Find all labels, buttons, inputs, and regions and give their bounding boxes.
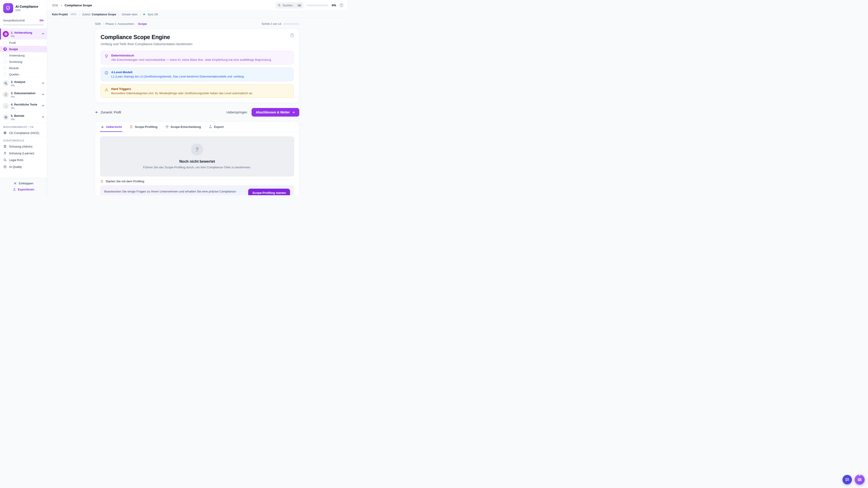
last-saved-time: Gerade eben: [122, 13, 138, 16]
double-chevron-left-icon: [13, 182, 17, 185]
export-button[interactable]: Exportieren: [0, 186, 47, 193]
sidebar-nav: 1. Vorbereitung 0% Profil Scope Anwendun…: [0, 29, 47, 195]
tab-export[interactable]: Export: [208, 122, 224, 132]
last-step-value: Compliance Scope: [92, 13, 116, 16]
topbar-progress-value: 0%: [332, 4, 336, 7]
sidebar-phase-rechtliche-texte[interactable]: 4. Rechtliche Texte 0%: [0, 100, 47, 111]
tab-content-uebersicht: ? Noch nicht bewertet Führen Sie das Sco…: [95, 132, 299, 195]
skip-button[interactable]: Ueberspringen: [226, 110, 247, 114]
info-box-deterministisch: Deterministisch Alle Entscheidungen sind…: [101, 51, 293, 64]
breadcrumb-phase[interactable]: Phase 1: Assessment: [105, 22, 133, 26]
collapse-sidebar-button[interactable]: Einklappen: [0, 180, 47, 186]
back-label: Zurueck: Profil: [101, 110, 121, 114]
step-indicator: Schritt 2 von 14: [261, 22, 299, 26]
sidebar-phase-vorbereitung[interactable]: 1. Vorbereitung 0%: [0, 29, 47, 39]
step-progress-bar: [283, 23, 299, 25]
target-icon: [3, 31, 9, 37]
cta-description: Beantworten Sie einige Fragen zu Ihrem U…: [104, 189, 244, 193]
sidebar-item-legal-rag[interactable]: Legal RAG: [0, 157, 47, 163]
sidebar-step-scope[interactable]: Scope: [0, 46, 47, 52]
main-area: SDK Compliance Scope Suchen... ⌘K 0% Kei…: [47, 0, 347, 195]
radio-unselected-icon: [3, 60, 7, 64]
sidebar-phase-analyse[interactable]: 2. Analyse 0%: [0, 77, 47, 89]
sidebar-item-label: CE-Compliance (IACE): [9, 131, 39, 135]
breadcrumb-separator: /: [135, 22, 136, 26]
back-button[interactable]: Zurueck: Profil: [95, 110, 121, 114]
lightbulb-icon: [104, 54, 108, 58]
phase-percent: 0%: [11, 95, 39, 98]
export-label: Exportieren: [18, 188, 34, 191]
outbox-icon: [209, 125, 212, 129]
search-placeholder: Suchen...: [283, 4, 295, 7]
phase-percent: 0%: [11, 118, 39, 121]
tab-label: Scope-Profiling: [135, 125, 158, 129]
page-breadcrumb-row: SDK / Phase 1: Assessment / Scope Schrit…: [95, 22, 299, 26]
warning-icon: [104, 88, 108, 92]
section-label-zusatzmodule: ZUSATZMODULE: [0, 137, 47, 143]
step-indicator-label: Schritt 2 von 14: [261, 22, 281, 26]
step-label: Screening: [9, 60, 22, 64]
scope-tab-card: Uebersicht Scope-Profiling Scope-Entsche…: [95, 122, 299, 195]
check-circle-icon: [3, 165, 7, 168]
person-icon: [3, 151, 7, 155]
chevron-down-icon: [41, 104, 44, 108]
sidebar-step-screening[interactable]: Screening: [0, 59, 47, 65]
arrow-left-icon: [95, 110, 98, 114]
cpu-icon: [3, 131, 7, 135]
chevron-down-icon: [41, 115, 44, 119]
overall-progress-value: 0%: [39, 19, 43, 22]
step-label: Anwendung: [9, 54, 25, 57]
sidebar-item-ce-compliance[interactable]: CE-Compliance (IACE): [0, 129, 47, 136]
help-icon[interactable]: [339, 3, 344, 7]
sidebar-step-profil[interactable]: Profil: [0, 39, 47, 46]
sidebar-item-label: Schulung (Admin): [9, 145, 32, 148]
sidebar-step-quellen[interactable]: Quellen: [0, 71, 47, 77]
app-title-block: AI Compliance SDK: [16, 5, 38, 12]
sync-status-dot: [143, 13, 145, 15]
phase-percent: 0%: [11, 35, 39, 37]
question-mark-icon: ?: [191, 143, 203, 156]
complete-next-button[interactable]: Abschliessen & Weiter: [252, 108, 299, 117]
info-box-hard-triggers: Hard Triggers Besondere Datenkategorien …: [101, 84, 293, 98]
page-subtitle: Umfang und Tiefe Ihrer Compliance-Dokume…: [101, 42, 293, 46]
arrow-right-icon: [292, 111, 295, 114]
topbar-progress-bar: [307, 4, 329, 6]
step-label: Profil: [9, 41, 16, 44]
card-help-icon[interactable]: [290, 33, 294, 39]
magnifier-icon: [3, 80, 9, 86]
cta-heading: Starten Sie mit dem Profiling: [105, 180, 144, 183]
sidebar-item-schulung-admin[interactable]: Schulung (Admin): [0, 143, 47, 150]
tab-label: Export: [214, 125, 224, 129]
info-box-body: Alle Entscheidungen sind nachvollziehbar…: [111, 58, 272, 61]
radio-selected-icon: [3, 47, 7, 51]
search-icon: [278, 4, 281, 7]
tab-scope-profiling[interactable]: Scope-Profiling: [129, 122, 158, 132]
start-scope-profiling-button[interactable]: Scope-Profiling starten: [248, 189, 290, 195]
sidebar-item-schulung-learner[interactable]: Schulung (Learner): [0, 150, 47, 157]
empty-state: ? Noch nicht bewertet Führen Sie das Sco…: [100, 136, 294, 176]
sidebar-item-label: Legal RAG: [9, 158, 24, 162]
breadcrumb-sdk[interactable]: SDK: [95, 22, 101, 26]
phase-label: 4. Rechtliche Texte: [11, 103, 37, 106]
sidebar-phase-betrieb[interactable]: 5. Betrieb 0%: [0, 111, 47, 123]
wizard-nav-row: Zurueck: Profil Ueberspringen Abschliess…: [95, 108, 299, 117]
sidebar-item-label: Schulung (Learner): [9, 152, 34, 155]
breadcrumb-root[interactable]: SDK: [52, 4, 58, 7]
app-logo-row: AI Compliance SDK: [0, 0, 47, 16]
sidebar-phase-dokumentation[interactable]: 3. Dokumentation 0%: [0, 89, 47, 100]
sidebar-step-anwendung[interactable]: Anwendung: [0, 52, 47, 59]
tab-bar: Uebersicht Scope-Profiling Scope-Entsche…: [95, 122, 299, 132]
tab-scope-entscheidung[interactable]: Scope-Entscheidung: [165, 122, 202, 132]
tab-uebersicht[interactable]: Uebersicht: [100, 122, 122, 132]
sidebar-step-module[interactable]: Module: [0, 65, 47, 71]
radio-unselected-icon: [3, 54, 7, 57]
overall-progress: Gesamtfortschritt 0%: [0, 16, 47, 29]
search-shortcut-kbd: ⌘K: [297, 4, 302, 7]
phase-label: 3. Dokumentation: [11, 92, 35, 95]
breadcrumb: SDK Compliance Scope: [52, 4, 92, 7]
clipboard-icon: [100, 180, 103, 183]
info-box-4-level-modell: 4-Level-Modell L1 (Lean Startup) bis L4 …: [101, 68, 293, 81]
topbar: SDK Compliance Scope Suchen... ⌘K 0%: [47, 0, 347, 11]
sidebar-item-ai-quality[interactable]: AI Quality: [0, 163, 47, 170]
search-input[interactable]: Suchen... ⌘K: [276, 2, 304, 8]
